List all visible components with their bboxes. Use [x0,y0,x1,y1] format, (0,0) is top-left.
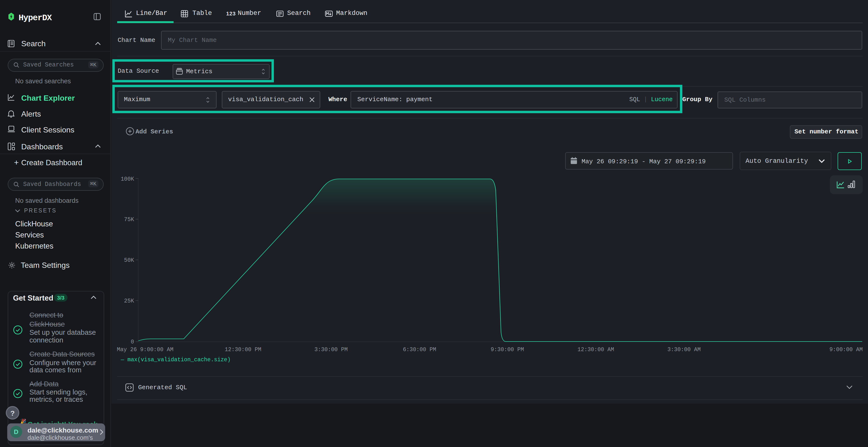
svg-text:12:30:00 AM: 12:30:00 AM [578,347,614,353]
svg-text:12:30:00 PM: 12:30:00 PM [225,347,261,353]
svg-text:75K: 75K [124,216,134,223]
svg-text:25K: 25K [124,298,134,304]
svg-text:9:30:00 PM: 9:30:00 PM [491,347,524,353]
svg-text:3:30:00 AM: 3:30:00 AM [668,347,701,353]
svg-text:6:30:00 PM: 6:30:00 PM [403,347,436,353]
svg-text:May 26 9:00:00 AM: May 26 9:00:00 AM [117,347,174,353]
svg-text:50K: 50K [124,257,134,264]
svg-text:9:00:00 AM: 9:00:00 AM [830,347,863,353]
svg-text:0: 0 [131,339,134,345]
svg-text:3:30:00 PM: 3:30:00 PM [314,347,348,353]
svg-text:100K: 100K [121,176,134,182]
